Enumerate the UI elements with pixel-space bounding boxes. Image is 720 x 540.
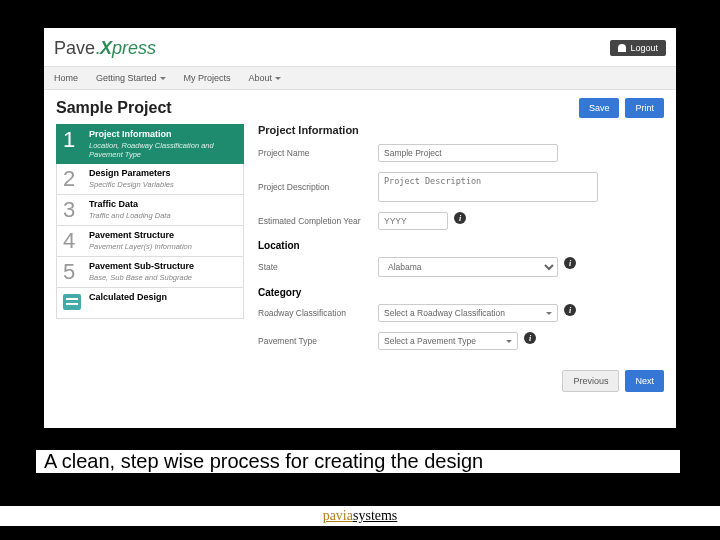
info-icon[interactable]: i [524, 332, 536, 344]
step-1[interactable]: 1 Project Information Location, Roadway … [56, 124, 244, 164]
steps-sidebar: 1 Project Information Location, Roadway … [56, 124, 244, 360]
chevron-down-icon [160, 77, 166, 80]
pavement-dropdown[interactable]: Select a Pavement Type [378, 332, 518, 350]
app-window: Pave . X press Logout Home Getting Start… [44, 28, 676, 428]
info-icon[interactable]: i [564, 257, 576, 269]
chevron-down-icon [506, 340, 512, 343]
slide-caption: A clean, step wise process for creating … [36, 450, 680, 473]
topbar: Pave . X press Logout [44, 28, 676, 66]
project-name-input[interactable] [378, 144, 558, 162]
list-icon [63, 294, 81, 310]
footer-brand: paviasystems [0, 506, 720, 526]
save-button[interactable]: Save [579, 98, 620, 118]
logout-button[interactable]: Logout [610, 40, 666, 56]
next-button[interactable]: Next [625, 370, 664, 392]
category-heading: Category [258, 287, 664, 298]
state-select[interactable]: Alabama [378, 257, 558, 277]
nav-home[interactable]: Home [54, 73, 78, 83]
step-3[interactable]: 3 Traffic Data Traffic and Loading Data [56, 195, 244, 226]
project-name-label: Project Name [258, 148, 378, 158]
page-title: Sample Project [56, 99, 172, 117]
step-title: Project Information [89, 129, 237, 139]
form-panel: Project Information Project Name Project… [258, 124, 664, 360]
nav-about[interactable]: About [249, 73, 282, 83]
location-heading: Location [258, 240, 664, 251]
info-icon[interactable]: i [454, 212, 466, 224]
step-5[interactable]: 5 Pavement Sub-Structure Base, Sub Base … [56, 257, 244, 288]
state-label: State [258, 262, 378, 272]
completion-year-label: Estimated Completion Year [258, 216, 378, 226]
previous-button[interactable]: Previous [562, 370, 619, 392]
form-heading: Project Information [258, 124, 664, 136]
info-icon[interactable]: i [564, 304, 576, 316]
project-desc-input[interactable] [378, 172, 598, 202]
nav-my-projects[interactable]: My Projects [184, 73, 231, 83]
completion-year-input[interactable] [378, 212, 448, 230]
user-icon [618, 44, 626, 52]
print-button[interactable]: Print [625, 98, 664, 118]
step-calculated[interactable]: Calculated Design [56, 288, 244, 319]
step-2[interactable]: 2 Design Parameters Specific Design Vari… [56, 164, 244, 195]
project-desc-label: Project Description [258, 182, 378, 192]
main-nav: Home Getting Started My Projects About [44, 66, 676, 90]
chevron-down-icon [546, 312, 552, 315]
page-header: Sample Project Save Print [44, 90, 676, 124]
nav-getting-started[interactable]: Getting Started [96, 73, 166, 83]
chevron-down-icon [275, 77, 281, 80]
step-4[interactable]: 4 Pavement Structure Pavement Layer(s) I… [56, 226, 244, 257]
logo-text: Pave [54, 38, 95, 59]
logo: Pave . X press [54, 38, 156, 59]
roadway-dropdown[interactable]: Select a Roadway Classification [378, 304, 558, 322]
roadway-label: Roadway Classification [258, 308, 378, 318]
pavement-label: Pavement Type [258, 336, 378, 346]
